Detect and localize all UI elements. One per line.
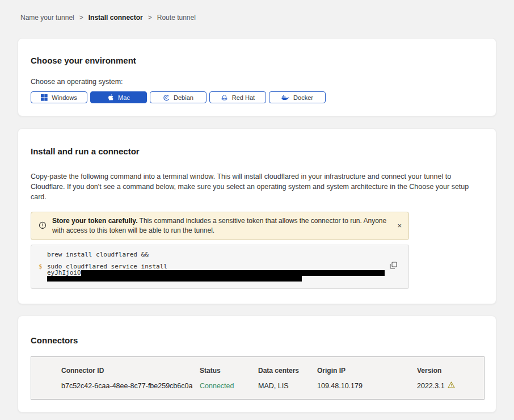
debian-icon [163,94,170,101]
os-button-debian[interactable]: Debian [150,91,207,103]
breadcrumb-step-route-tunnel[interactable]: Route tunnel [157,14,196,22]
header-connector-id: Connector ID [61,367,200,375]
breadcrumb: Name your tunnel > Install connector > R… [0,0,514,22]
install-connector-card: Install and run a connector Copy-paste t… [18,128,496,304]
token-prefix: eyJhIjoiO [47,270,81,276]
table-header-row: Connector ID Status Data centers Origin … [61,367,484,375]
windows-icon [41,94,48,101]
header-data-centers: Data centers [258,367,317,375]
cell-connector-id: b7c52c42-6caa-48ee-8c77-fbe259cb6c0a [61,382,200,390]
os-button-label: Mac [118,94,130,101]
choose-environment-card: Choose your environment Choose an operat… [18,38,496,116]
tunnel-setup-page: Name your tunnel > Install connector > R… [0,0,514,420]
close-icon[interactable]: × [397,222,402,229]
breadcrumb-step-install-connector[interactable]: Install connector [89,14,143,22]
warning-icon [448,381,455,390]
redhat-icon [221,94,228,101]
apple-icon [107,94,114,101]
os-button-mac[interactable]: Mac [90,91,147,103]
banner-bold-text: Store your token carefully. [52,217,138,225]
breadcrumb-separator: > [148,14,152,22]
docker-icon [281,94,289,100]
redacted-token-bar [81,270,385,276]
os-button-group: Windows Mac Debian Red Hat [31,91,483,103]
os-button-redhat[interactable]: Red Hat [209,91,266,103]
connectors-card-title: Connectors [31,336,483,345]
table-row: b7c52c42-6caa-48ee-8c77-fbe259cb6c0a Con… [61,381,484,390]
cell-version: 2022.3.1 [417,381,484,390]
header-origin-ip: Origin IP [317,367,417,375]
token-line: eyJhIjoiO [47,270,395,276]
os-button-windows[interactable]: Windows [31,91,87,103]
os-button-label: Windows [52,94,77,101]
os-select-label: Choose an operating system: [31,78,483,86]
status-badge: Connected [200,382,258,390]
environment-card-title: Choose your environment [31,56,483,65]
command-line-brew: brew install cloudflared && [47,251,395,258]
shell-prompt: $ [39,263,43,270]
install-description: Copy-paste the following command into a … [31,171,483,202]
banner-text: Store your token carefully. This command… [52,216,391,236]
connectors-table: Connector ID Status Data centers Origin … [31,356,484,400]
redacted-token-bar [47,276,302,282]
cell-data-centers: MAD, LIS [258,382,317,390]
header-status: Status [200,367,258,375]
header-version: Version [417,367,484,375]
os-button-label: Red Hat [232,94,255,101]
os-button-label: Docker [293,94,313,101]
connectors-card: Connectors Connector ID Status Data cent… [18,316,496,413]
token-warning-banner: Store your token carefully. This command… [31,212,409,240]
info-icon [39,221,47,232]
os-button-label: Debian [174,94,193,101]
install-command-block: brew install cloudflared && $ sudo cloud… [31,245,409,289]
cell-origin-ip: 109.48.10.179 [317,382,417,390]
install-card-title: Install and run a connector [31,147,483,156]
version-value: 2022.3.1 [417,382,445,390]
os-button-docker[interactable]: Docker [269,91,326,103]
command-line-sudo: sudo cloudflared service install [47,263,395,270]
breadcrumb-step-name-your-tunnel[interactable]: Name your tunnel [20,14,74,22]
breadcrumb-separator: > [79,14,83,22]
copy-icon[interactable] [390,262,397,271]
